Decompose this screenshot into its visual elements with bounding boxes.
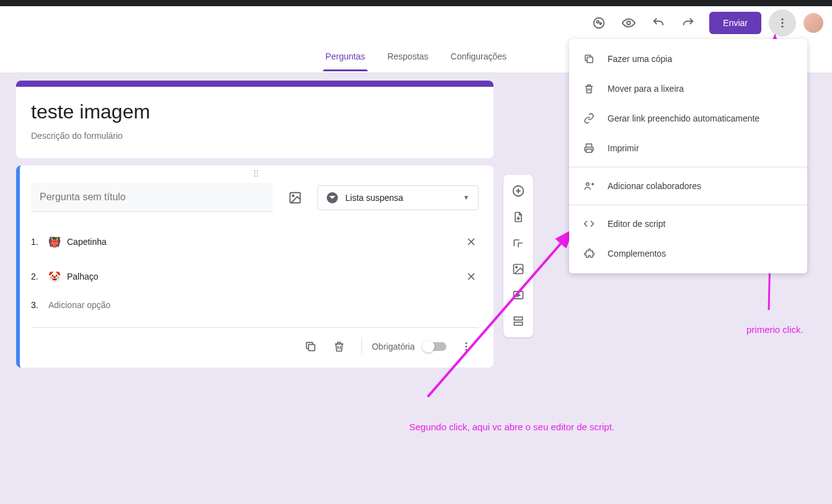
menu-label: Complementos bbox=[608, 249, 666, 259]
svg-rect-17 bbox=[514, 317, 522, 320]
required-toggle[interactable] bbox=[423, 342, 446, 351]
svg-point-3 bbox=[627, 21, 631, 25]
send-button[interactable]: Enviar bbox=[709, 12, 761, 34]
option-text[interactable]: Palhaço bbox=[67, 272, 454, 281]
menu-divider bbox=[569, 205, 807, 205]
menu-divider bbox=[569, 167, 807, 167]
svg-rect-19 bbox=[587, 57, 593, 63]
form-wrap: teste imagem Descrição do formulário ⠿ L… bbox=[16, 81, 493, 368]
menu-label: Fazer uma cópia bbox=[608, 54, 672, 64]
menu-label: Editor de script bbox=[608, 219, 665, 229]
annotation-first-click: primerio click. bbox=[746, 324, 803, 335]
app-header: Enviar bbox=[0, 6, 832, 40]
form-description[interactable]: Descrição do formulário bbox=[31, 131, 479, 141]
copy-icon bbox=[583, 53, 595, 65]
dropdown-type-icon bbox=[327, 192, 338, 203]
user-avatar[interactable] bbox=[802, 12, 825, 34]
form-title[interactable]: teste imagem bbox=[31, 100, 479, 123]
add-option-text[interactable]: Adicionar opção bbox=[48, 300, 479, 310]
svg-point-2 bbox=[600, 23, 602, 25]
question-title-input[interactable] bbox=[31, 183, 273, 212]
header-actions: Enviar bbox=[585, 9, 825, 37]
svg-point-4 bbox=[781, 19, 783, 20]
menu-label: Adicionar colaboradores bbox=[608, 181, 701, 191]
add-section-icon[interactable] bbox=[506, 309, 531, 334]
option-row[interactable]: 1. 👹 Capetinha bbox=[31, 224, 479, 259]
menu-addons[interactable]: Complementos bbox=[569, 239, 807, 268]
svg-rect-20 bbox=[586, 149, 592, 153]
menu-label: Mover para a lixeira bbox=[608, 84, 684, 94]
question-type-label: Lista suspensa bbox=[345, 193, 456, 203]
option-emoji: 🤡 bbox=[48, 271, 61, 283]
link-icon bbox=[583, 112, 595, 125]
drag-handle-icon[interactable]: ⠿ bbox=[253, 169, 260, 179]
question-type-dropdown[interactable]: Lista suspensa ▼ bbox=[317, 185, 479, 210]
svg-point-1 bbox=[597, 20, 600, 23]
svg-rect-18 bbox=[514, 322, 522, 325]
import-questions-icon[interactable] bbox=[506, 205, 531, 229]
add-option-row[interactable]: 3. Adicionar opção bbox=[31, 294, 479, 316]
print-icon bbox=[583, 142, 595, 154]
menu-script-editor[interactable]: Editor de script bbox=[569, 209, 807, 239]
options-list: 1. 👹 Capetinha 2. 🤡 Palhaço 3. bbox=[31, 224, 479, 316]
delete-icon[interactable] bbox=[327, 334, 352, 359]
svg-point-21 bbox=[586, 183, 590, 186]
code-icon bbox=[583, 218, 595, 230]
undo-icon[interactable] bbox=[645, 9, 672, 37]
svg-rect-9 bbox=[308, 345, 314, 351]
more-menu-button[interactable] bbox=[769, 9, 796, 37]
option-row[interactable]: 2. 🤡 Palhaço bbox=[31, 259, 479, 294]
question-more-icon[interactable] bbox=[454, 334, 479, 359]
question-footer: Obrigatória bbox=[31, 327, 479, 359]
option-number: 3. bbox=[31, 300, 42, 310]
tab-settings[interactable]: Configurações bbox=[448, 42, 509, 71]
side-toolbar bbox=[503, 175, 533, 337]
menu-label: Gerar link preenchido automaticamente bbox=[608, 113, 759, 123]
caret-down-icon: ▼ bbox=[463, 194, 469, 201]
browser-top-bar bbox=[0, 0, 832, 6]
add-image-tb-icon[interactable] bbox=[506, 257, 531, 281]
tab-questions[interactable]: Perguntas bbox=[323, 42, 368, 71]
option-emoji: 👹 bbox=[48, 236, 61, 248]
menu-make-copy[interactable]: Fazer uma cópia bbox=[569, 44, 807, 74]
trash-icon bbox=[583, 82, 595, 95]
svg-point-10 bbox=[466, 342, 467, 344]
people-icon bbox=[583, 180, 595, 192]
option-number: 1. bbox=[31, 237, 42, 247]
svg-point-5 bbox=[781, 22, 783, 24]
theme-icon[interactable] bbox=[585, 9, 613, 37]
add-video-icon[interactable] bbox=[506, 283, 531, 307]
option-number: 2. bbox=[31, 272, 42, 281]
add-title-icon[interactable] bbox=[506, 231, 531, 255]
tab-responses[interactable]: Respostas bbox=[385, 42, 431, 71]
option-text[interactable]: Capetinha bbox=[67, 237, 454, 247]
preview-icon[interactable] bbox=[615, 9, 642, 37]
duplicate-icon[interactable] bbox=[298, 334, 323, 359]
separator bbox=[361, 338, 362, 355]
question-card[interactable]: ⠿ Lista suspensa ▼ 1. 👹 Cap bbox=[16, 166, 493, 368]
menu-label: Imprimir bbox=[608, 143, 639, 153]
svg-point-15 bbox=[516, 267, 518, 268]
remove-option-icon[interactable] bbox=[460, 231, 482, 253]
menu-add-collaborators[interactable]: Adicionar colaboradores bbox=[569, 171, 807, 201]
annotation-second-click: Segundo click, aqui vc abre o seu editor… bbox=[409, 422, 614, 432]
redo-icon[interactable] bbox=[675, 9, 702, 37]
form-title-card[interactable]: teste imagem Descrição do formulário bbox=[16, 81, 493, 158]
puzzle-icon bbox=[583, 247, 595, 260]
add-image-icon[interactable] bbox=[283, 185, 308, 210]
svg-point-11 bbox=[466, 346, 467, 348]
required-label: Obrigatória bbox=[372, 342, 415, 351]
remove-option-icon[interactable] bbox=[460, 265, 482, 288]
menu-move-trash[interactable]: Mover para a lixeira bbox=[569, 74, 807, 104]
add-question-icon[interactable] bbox=[506, 179, 531, 203]
svg-point-8 bbox=[292, 195, 294, 197]
menu-print[interactable]: Imprimir bbox=[569, 133, 807, 163]
menu-prefilled-link[interactable]: Gerar link preenchido automaticamente bbox=[569, 104, 807, 133]
svg-point-12 bbox=[466, 349, 467, 351]
svg-point-6 bbox=[781, 25, 783, 27]
question-header-row: Lista suspensa ▼ bbox=[31, 183, 479, 212]
more-context-menu: Fazer uma cópia Mover para a lixeira Ger… bbox=[569, 39, 807, 273]
